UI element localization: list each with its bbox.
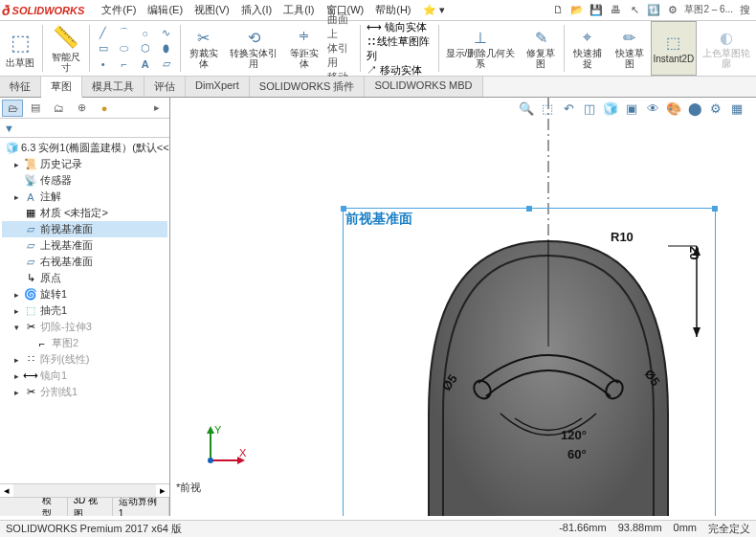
menu-dropdown-icon[interactable]: ⭐ ▾ [417, 2, 451, 18]
shade-contour-button[interactable]: ◐上色草图轮廓 [697, 21, 756, 76]
rect-icon[interactable]: ▭ [96, 41, 111, 56]
plane-icon[interactable]: ▱ [159, 56, 174, 72]
move-entities[interactable]: ↗ 移动实体 [367, 63, 433, 78]
dim-r10[interactable]: R10 [611, 230, 634, 244]
tree-sketch2[interactable]: ⌐草图2 [2, 335, 167, 351]
display-style-icon[interactable]: ▣ [622, 100, 641, 117]
smart-dimension-button[interactable]: 📏智能尺寸 [45, 21, 87, 76]
mirror-entities[interactable]: ⟷ 镜向实体 [367, 20, 433, 34]
linear-pattern[interactable]: ∷ 线性草图阵列 [367, 34, 433, 63]
options-icon[interactable]: ⚙ [665, 2, 680, 17]
arc-icon[interactable]: ⌒ [117, 26, 132, 41]
graphics-area[interactable]: 🔍 ⬚ ↶ ◫ 🧊 ▣ 👁 🎨 ⬤ ⚙ ▦ 前视基准面 [170, 98, 756, 516]
slot-icon[interactable]: ⬭ [117, 41, 132, 56]
rapid-sketch-button[interactable]: ✏快速草图 [609, 21, 651, 76]
hscroll-left[interactable]: ◂ [0, 484, 13, 497]
tree-mirror[interactable]: ▸⟷镜向1 [2, 368, 167, 384]
scene-icon[interactable]: ⬤ [685, 100, 704, 117]
view-orient-icon[interactable]: 🧊 [601, 100, 620, 117]
viewport-icon[interactable]: ▦ [727, 100, 746, 117]
fm-display-icon[interactable]: ● [94, 100, 115, 117]
show-relations-button[interactable]: ⊥显示/删除几何关系 [441, 21, 520, 76]
dim-60[interactable]: 60° [567, 447, 587, 461]
tree-root[interactable]: 🧊6.3 实例1(椭圆盖建模）(默认<<默认>_显 [2, 140, 167, 156]
tree-annotations[interactable]: ▸A注解 [2, 189, 167, 205]
circle-icon[interactable]: ○ [138, 26, 153, 41]
filter-icon[interactable]: ▼ [4, 123, 14, 134]
offset-button[interactable]: ⫩等距实体 [283, 21, 325, 76]
hscroll-right[interactable]: ▸ [156, 484, 169, 497]
tree-cut-extrude[interactable]: ▾✂切除-拉伸3 [2, 319, 167, 335]
menu-tools[interactable]: 工具(I) [278, 1, 320, 19]
tree-revolve[interactable]: ▸🌀旋转1 [2, 286, 167, 302]
tree-right-plane[interactable]: ▱右视基准面 [2, 254, 167, 270]
tab-mold[interactable]: 模具工具 [82, 77, 145, 97]
tree-material[interactable]: ▦材质 <未指定> [2, 205, 167, 221]
ribbon: ⬚出草图 📏智能尺寸 ╱ ⌒ ○ ∿ ▭ ⬭ ⬡ ⬮ • ⌐ A ▱ ✂剪裁实体… [0, 21, 756, 77]
prev-view-icon[interactable]: ↶ [559, 100, 578, 117]
tree-front-plane[interactable]: ▱前视基准面 [2, 221, 167, 237]
tree-origin[interactable]: ↳原点 [2, 270, 167, 286]
zoom-fit-icon[interactable]: 🔍 [517, 100, 536, 117]
save-icon[interactable]: 💾 [589, 2, 604, 17]
tab-addins[interactable]: SOLIDWORKS 插件 [250, 77, 366, 97]
polygon-icon[interactable]: ⬡ [138, 41, 153, 56]
search-icon[interactable]: 搜 [737, 2, 752, 17]
instant2d-button[interactable]: ⬚Instant2D [651, 21, 697, 76]
line-icon[interactable]: ╱ [96, 26, 111, 41]
dim-120[interactable]: 120° [561, 428, 587, 442]
text-icon[interactable]: A [138, 56, 153, 72]
doc-dropdown[interactable]: 草图2 – 6... [684, 2, 733, 17]
hide-show-icon[interactable]: 👁 [643, 100, 662, 117]
fm-property-icon[interactable]: ▤ [25, 100, 46, 117]
fm-dim-icon[interactable]: ⊕ [71, 100, 92, 117]
exit-sketch-button[interactable]: ⬚出草图 [0, 21, 40, 76]
spline-icon[interactable]: ∿ [159, 26, 174, 41]
ellipse-icon[interactable]: ⬮ [159, 41, 174, 56]
menu-view[interactable]: 视图(V) [189, 1, 235, 19]
menu-file[interactable]: 文件(F) [96, 1, 142, 19]
convert-button[interactable]: ⟲转换实体引用 [224, 21, 283, 76]
new-icon[interactable]: 🗋 [550, 2, 566, 17]
appearance-icon[interactable]: 🎨 [664, 100, 683, 117]
tab-evaluate[interactable]: 评估 [145, 77, 186, 97]
svg-marker-14 [207, 426, 214, 434]
tree-pattern[interactable]: ▸∷阵列(线性) [2, 351, 167, 368]
bottom-tab-study[interactable]: 运动算例 1 [113, 497, 169, 516]
dim-20[interactable]: 20 [687, 246, 701, 259]
tree-top-plane[interactable]: ▱上视基准面 [2, 237, 167, 254]
zoom-area-icon[interactable]: ⬚ [538, 100, 557, 117]
tree-shell[interactable]: ▸⬚抽壳1 [2, 302, 167, 319]
view-settings-icon[interactable]: ⚙ [706, 100, 725, 117]
quick-snap-button[interactable]: ⌖快速捕捉 [567, 21, 609, 76]
bottom-tab-model[interactable]: 模型 [36, 497, 67, 516]
menu-edit[interactable]: 编辑(E) [142, 1, 189, 19]
print-icon[interactable]: 🖶 [608, 2, 623, 17]
cursor-icon[interactable]: ↖ [627, 2, 642, 17]
tree-sensors[interactable]: 📡传感器 [2, 172, 167, 189]
tab-feature[interactable]: 特征 [0, 77, 41, 97]
bottom-tab-3dview[interactable]: 3D 视图 [68, 497, 113, 516]
fm-expand-icon[interactable]: ▸ [146, 100, 167, 117]
rebuild-icon[interactable]: 🔃 [646, 2, 661, 17]
feature-tree[interactable]: 🧊6.3 实例1(椭圆盖建模）(默认<<默认>_显 ▸📜历史记录 📡传感器 ▸A… [0, 138, 169, 483]
tree-history[interactable]: ▸📜历史记录 [2, 156, 167, 172]
view-triad[interactable]: Y X [201, 422, 249, 470]
tab-mbd[interactable]: SOLIDWORKS MBD [365, 77, 482, 97]
menu-insert[interactable]: 插入(I) [235, 1, 278, 19]
tree-split[interactable]: ▸✂分割线1 [2, 384, 167, 400]
repair-sketch-button[interactable]: ✎修复草图 [520, 21, 562, 76]
svg-point-17 [208, 458, 213, 463]
status-version: SOLIDWORKS Premium 2017 x64 版 [6, 522, 182, 536]
point-icon[interactable]: • [96, 56, 111, 72]
open-icon[interactable]: 📂 [569, 2, 585, 17]
section-icon[interactable]: ◫ [580, 100, 599, 117]
tab-sketch[interactable]: 草图 [41, 77, 82, 98]
fm-config-icon[interactable]: 🗂 [48, 100, 69, 117]
menu-help[interactable]: 帮助(H) [369, 1, 416, 19]
trim-button[interactable]: ✂剪裁实体 [183, 21, 225, 76]
view-name-label: *前视 [176, 481, 201, 495]
tab-dimxpert[interactable]: DimXpert [186, 77, 250, 97]
fm-tree-icon[interactable]: 🗁 [2, 100, 23, 117]
fillet-icon[interactable]: ⌐ [117, 56, 132, 72]
